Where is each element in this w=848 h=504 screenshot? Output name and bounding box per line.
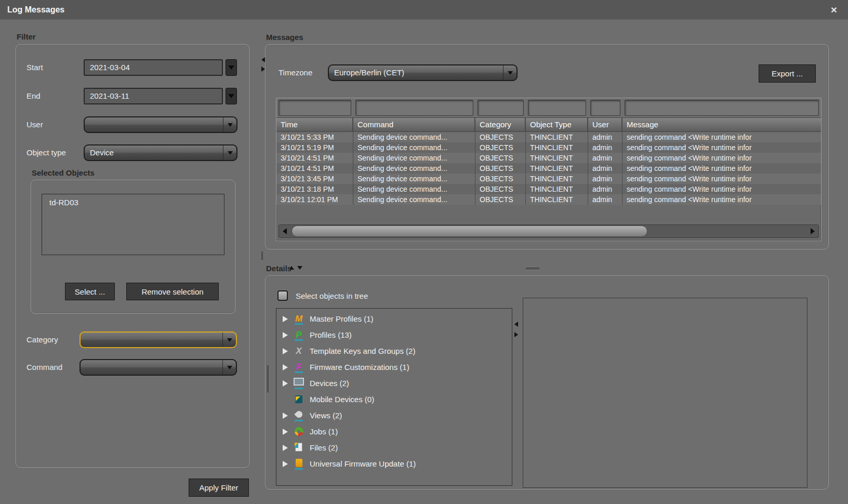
- command-combobox[interactable]: [80, 359, 237, 376]
- messages-table: TimeCommandCategoryObject TypeUserMessag…: [276, 98, 822, 241]
- table-cell: sending command <Write runtime infor: [622, 132, 821, 142]
- tree-item[interactable]: Files (2): [276, 440, 512, 456]
- export-button[interactable]: Export ...: [758, 64, 816, 83]
- horizontal-scrollbar[interactable]: [279, 224, 819, 238]
- tree-item-label: Template Keys and Groups (2): [310, 347, 415, 355]
- column-filter-input[interactable]: [528, 100, 586, 116]
- table-cell: THINCLIENT: [526, 194, 588, 205]
- table-row[interactable]: 3/10/21 3:18 PMSending device command...…: [276, 184, 821, 194]
- table-cell: OBJECTS: [475, 184, 526, 194]
- table-cell: Sending device command...: [353, 142, 475, 153]
- column-filter-input[interactable]: [478, 100, 524, 116]
- start-label: Start: [27, 59, 43, 76]
- tree-item[interactable]: Devices (2): [276, 375, 512, 391]
- tree-item[interactable]: Views (2): [276, 407, 512, 423]
- start-date-dropdown-button[interactable]: [226, 59, 237, 76]
- details-splitter-handle[interactable]: [266, 364, 270, 393]
- start-date-field[interactable]: 2021-03-04: [84, 59, 223, 76]
- table-row[interactable]: 3/10/21 12:01 PMSending device command..…: [276, 194, 821, 205]
- tree-expander-icon[interactable]: [283, 332, 288, 338]
- devices-icon: [293, 378, 304, 389]
- tree-expander-icon[interactable]: [283, 380, 288, 387]
- tree-item[interactable]: Universal Firmware Update (1): [276, 456, 512, 472]
- tree-item[interactable]: Firmware Customizations (1): [276, 359, 512, 375]
- column-header[interactable]: Command: [353, 118, 475, 131]
- column-filter-input[interactable]: [625, 100, 819, 116]
- details-groupbox: Select objects in tree Master Profiles (…: [265, 275, 829, 489]
- column-filter-input[interactable]: [355, 100, 473, 116]
- end-date-field[interactable]: 2021-03-11: [84, 88, 223, 104]
- tree-item[interactable]: Profiles (13): [276, 327, 512, 343]
- user-combobox[interactable]: [84, 116, 237, 133]
- table-cell: THINCLIENT: [526, 174, 588, 184]
- dropdown-arrow-icon: [228, 65, 234, 70]
- firmware-customizations-icon: [293, 362, 304, 373]
- vertical-splitter-handle[interactable]: [260, 250, 264, 261]
- column-header[interactable]: Category: [475, 118, 526, 131]
- tree-item[interactable]: Template Keys and Groups (2): [276, 343, 512, 359]
- column-header[interactable]: Object Type: [526, 118, 588, 131]
- tree-expander-icon[interactable]: [283, 364, 288, 370]
- tree-item[interactable]: Mobile Devices (0): [276, 391, 512, 407]
- table-row[interactable]: 3/10/21 5:33 PMSending device command...…: [276, 132, 821, 142]
- table-cell: 3/10/21 5:19 PM: [276, 142, 353, 153]
- table-row[interactable]: 3/10/21 4:51 PMSending device command...…: [276, 163, 821, 174]
- horizontal-splitter-handle[interactable]: [525, 267, 540, 270]
- tree-expander-icon[interactable]: [283, 461, 288, 467]
- column-filter-input[interactable]: [279, 100, 351, 116]
- window-title: Log Messages: [0, 0, 848, 20]
- tree-expander-icon[interactable]: [283, 348, 288, 354]
- table-cell: THINCLIENT: [526, 184, 588, 194]
- scroll-left-button[interactable]: [279, 225, 290, 237]
- table-cell: THINCLIENT: [526, 153, 588, 163]
- tree-item[interactable]: Master Profiles (1): [276, 311, 512, 327]
- tree-item-label: Master Profiles (1): [310, 314, 374, 323]
- category-combobox[interactable]: [80, 331, 237, 348]
- table-cell: admin: [588, 142, 622, 153]
- table-row[interactable]: 3/10/21 4:51 PMSending device command...…: [276, 153, 821, 163]
- table-cell: OBJECTS: [475, 142, 526, 153]
- tree-item[interactable]: Jobs (1): [276, 423, 512, 440]
- close-icon[interactable]: ×: [827, 3, 841, 17]
- column-filter-input[interactable]: [590, 100, 620, 116]
- details-splitter-collapse-left-icon[interactable]: [514, 322, 518, 327]
- filter-groupbox: Start 2021-03-04 End 2021-03-11 User Obj…: [16, 44, 249, 468]
- table-cell: sending command <Write runtime infor: [622, 174, 821, 184]
- details-splitter-expand-right-icon[interactable]: [514, 332, 518, 337]
- object-type-combobox[interactable]: Device: [84, 144, 237, 161]
- select-objects-button[interactable]: Select ...: [64, 282, 115, 301]
- table-cell: sending command <Write runtime infor: [622, 194, 821, 205]
- timezone-label: Timezone: [279, 64, 312, 81]
- table-cell: 3/10/21 4:51 PM: [276, 153, 353, 163]
- tree-item-label: Devices (2): [310, 379, 349, 388]
- tree-expander-icon[interactable]: [283, 316, 288, 322]
- splitter-expand-right-icon[interactable]: [261, 67, 265, 72]
- column-header[interactable]: Time: [276, 118, 353, 131]
- category-label: Category: [27, 331, 58, 348]
- table-row[interactable]: 3/10/21 5:19 PMSending device command...…: [276, 142, 821, 153]
- remove-selection-button[interactable]: Remove selection: [126, 282, 219, 301]
- jobs-icon: [293, 426, 304, 437]
- table-cell: admin: [588, 163, 622, 174]
- messages-group-label: Messages: [266, 33, 303, 42]
- table-cell: 3/10/21 3:45 PM: [276, 174, 353, 184]
- splitter-collapse-left-icon[interactable]: [261, 57, 265, 62]
- tree-expander-icon[interactable]: [283, 429, 288, 435]
- timezone-combobox[interactable]: Europe/Berlin (CET): [328, 64, 518, 81]
- table-cell: Sending device command...: [353, 163, 475, 174]
- scroll-right-button[interactable]: [807, 225, 818, 237]
- tree-expander-icon[interactable]: [283, 413, 288, 419]
- select-objects-in-tree-checkbox[interactable]: [277, 290, 288, 301]
- table-cell: sending command <Write runtime infor: [622, 163, 821, 174]
- tree-expander-icon[interactable]: [283, 445, 288, 451]
- selected-objects-list[interactable]: td-RD03: [42, 194, 224, 255]
- column-header[interactable]: Message: [622, 118, 821, 131]
- table-row[interactable]: 3/10/21 3:45 PMSending device command...…: [276, 174, 821, 184]
- selected-object-item[interactable]: td-RD03: [42, 194, 224, 210]
- splitter-expand-down-icon[interactable]: [297, 266, 302, 270]
- column-header[interactable]: User: [588, 118, 622, 131]
- details-message-panel[interactable]: [523, 298, 807, 488]
- scrollbar-thumb[interactable]: [292, 226, 647, 237]
- apply-filter-button[interactable]: Apply Filter: [188, 478, 249, 497]
- end-date-dropdown-button[interactable]: [226, 88, 237, 104]
